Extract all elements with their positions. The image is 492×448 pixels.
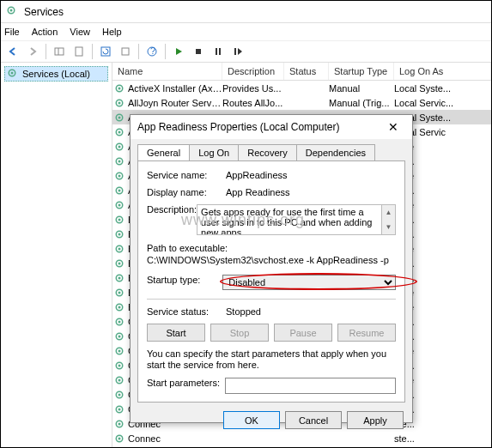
col-name[interactable]: Name <box>112 63 222 80</box>
cell-name: ActiveX Installer (AxInstSV) <box>126 83 222 94</box>
cell-logon: Local Servic... <box>394 98 491 108</box>
col-startup[interactable]: Startup Type <box>329 63 394 80</box>
startup-type-select[interactable]: Disabled <box>222 275 396 290</box>
pause-button[interactable] <box>210 43 227 60</box>
ok-button[interactable]: OK <box>223 411 280 429</box>
restart-button[interactable] <box>229 43 246 60</box>
svg-point-28 <box>118 174 121 177</box>
gear-icon <box>112 156 126 166</box>
tab-general[interactable]: General <box>137 144 190 160</box>
cancel-button[interactable]: Cancel <box>285 411 342 429</box>
back-button[interactable] <box>4 43 21 60</box>
svg-point-34 <box>118 218 121 221</box>
svg-point-40 <box>118 262 121 264</box>
svg-point-50 <box>118 335 121 337</box>
tab-recovery[interactable]: Recovery <box>238 144 296 160</box>
svg-point-16 <box>118 87 121 89</box>
gear-icon <box>112 390 126 400</box>
menu-help[interactable]: Help <box>102 27 122 37</box>
service-row[interactable]: ActiveX Installer (AxInstSV)Provides Us.… <box>112 81 491 95</box>
value-service-name: AppReadiness <box>226 170 396 180</box>
start-parameters-input[interactable] <box>225 378 396 394</box>
label-service-status: Service status: <box>147 306 226 317</box>
gear-icon <box>112 331 126 342</box>
tree-pane: Services (Local) <box>1 63 112 447</box>
hint-text: You can specify the start parameters tha… <box>147 348 396 371</box>
gear-icon <box>112 302 126 312</box>
svg-point-52 <box>118 349 121 352</box>
cell-startup: Manual (Trig... <box>329 98 394 108</box>
dialog-tabs: General Log On Recovery Dependencies <box>137 144 405 160</box>
tree-node-label: Services (Local) <box>22 69 90 79</box>
gear-icon <box>112 171 126 181</box>
gear-icon <box>112 127 126 137</box>
col-logon[interactable]: Log On As <box>394 63 491 80</box>
help-button[interactable]: ? <box>143 43 161 60</box>
tab-dependencies[interactable]: Dependencies <box>296 144 375 160</box>
tab-logon[interactable]: Log On <box>189 144 239 160</box>
gear-icon <box>112 288 126 298</box>
cell-description: Routes AllJo... <box>222 98 284 108</box>
svg-rect-9 <box>196 49 201 54</box>
description-scrollbar[interactable]: ▲▼ <box>382 204 396 235</box>
value-display-name: App Readiness <box>226 187 396 197</box>
col-description[interactable]: Description <box>222 63 284 80</box>
gear-icon <box>112 112 126 123</box>
window-title: Services <box>24 6 64 18</box>
properties-button[interactable] <box>70 43 88 60</box>
svg-point-60 <box>118 408 121 410</box>
show-hide-button[interactable] <box>51 43 68 60</box>
svg-point-36 <box>118 233 121 235</box>
apply-button[interactable]: Apply <box>347 411 404 429</box>
svg-point-32 <box>118 203 121 206</box>
value-path: C:\WINDOWS\System32\svchost.exe -k AppRe… <box>147 254 396 266</box>
svg-point-64 <box>118 437 121 439</box>
svg-point-24 <box>118 145 121 148</box>
gear-icon <box>112 360 126 371</box>
label-service-name: Service name: <box>147 170 226 180</box>
svg-point-30 <box>118 189 121 191</box>
gear-icon <box>112 185 126 196</box>
services-icon <box>6 5 20 19</box>
cell-logon: Local Syste... <box>394 83 491 94</box>
service-row[interactable]: Contacste... <box>112 445 491 447</box>
export-button[interactable] <box>117 43 134 60</box>
svg-text:?: ? <box>150 45 155 56</box>
gear-icon <box>112 229 126 239</box>
refresh-button[interactable] <box>97 43 114 60</box>
tree-node-services-local[interactable]: Services (Local) <box>4 66 108 82</box>
svg-point-48 <box>118 320 121 323</box>
label-startup-type: Startup type: <box>147 275 222 285</box>
svg-point-22 <box>118 130 121 133</box>
gear-icon <box>112 404 126 415</box>
label-path: Path to executable: <box>147 242 396 254</box>
separator <box>147 299 396 300</box>
gear-icon <box>112 215 126 225</box>
value-service-status: Stopped <box>226 306 396 317</box>
play-button[interactable] <box>170 43 187 60</box>
start-button[interactable]: Start <box>147 324 205 342</box>
pause-button: Pause <box>274 324 332 342</box>
menu-action[interactable]: Action <box>32 27 58 37</box>
gear-icon <box>112 98 126 108</box>
col-status[interactable]: Status <box>284 63 329 80</box>
gear-icon <box>112 273 126 283</box>
svg-point-46 <box>118 306 121 308</box>
cell-name: AllJoyn Router Service <box>126 98 222 108</box>
gear-icon <box>112 200 126 210</box>
menu-file[interactable]: File <box>4 27 20 37</box>
svg-point-1 <box>10 9 13 11</box>
tab-body-general: Service name: AppReadiness Display name:… <box>137 160 405 403</box>
svg-point-44 <box>118 291 121 294</box>
gear-icon <box>112 346 126 356</box>
dialog-title: App Readiness Properties (Local Computer… <box>137 121 381 133</box>
label-start-params: Start parameters: <box>147 378 225 388</box>
forward-button[interactable] <box>24 43 41 60</box>
service-row[interactable]: AllJoyn Router ServiceRoutes AllJo...Man… <box>112 95 491 110</box>
menu-view[interactable]: View <box>70 27 90 37</box>
gear-icon <box>112 419 126 429</box>
close-icon[interactable]: ✕ <box>381 120 405 134</box>
menubar: File Action View Help <box>1 23 491 40</box>
stop-button[interactable] <box>190 43 207 60</box>
properties-dialog: App Readiness Properties (Local Computer… <box>130 114 413 423</box>
